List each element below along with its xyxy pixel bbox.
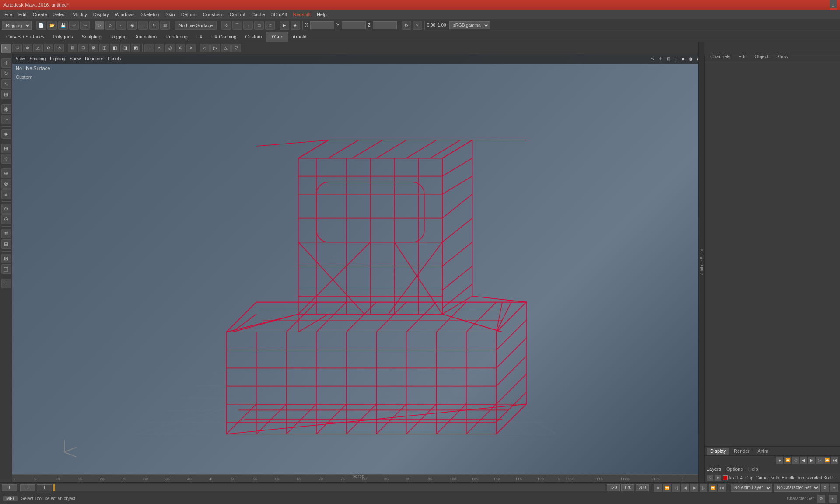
vp-view[interactable]: View: [14, 56, 27, 62]
menu-cache[interactable]: Cache: [248, 11, 268, 18]
snap-live-button[interactable]: ⊂: [265, 21, 275, 30]
soft-mod-tool[interactable]: ◉: [1, 104, 11, 114]
open-file-button[interactable]: 📂: [47, 21, 57, 30]
z-field[interactable]: [373, 21, 397, 29]
left-tool-a[interactable]: ⊕: [1, 168, 11, 178]
current-frame-input[interactable]: [20, 484, 35, 491]
pb-play-fwd[interactable]: ▶: [690, 484, 698, 492]
pb-next-end[interactable]: ⏭: [718, 484, 726, 492]
grid-toggle[interactable]: ⊞: [1, 144, 11, 153]
menu-file[interactable]: File: [2, 11, 15, 18]
char-set-dropdown[interactable]: No Character Set: [774, 484, 820, 492]
start-frame-input[interactable]: [2, 484, 17, 491]
menu-create[interactable]: Create: [30, 11, 50, 18]
menu-skeleton[interactable]: Skeleton: [138, 11, 162, 18]
vp-panels[interactable]: Panels: [106, 56, 123, 62]
tab-rendering[interactable]: Rendering: [161, 32, 192, 42]
range-end-input[interactable]: [607, 484, 620, 491]
anim-layer-dropdown[interactable]: No Anim Layer: [731, 484, 772, 492]
tool-icon-12[interactable]: ◨: [120, 44, 130, 52]
menu-help[interactable]: Help: [314, 11, 329, 18]
sculpt-tool[interactable]: 〜: [1, 115, 11, 124]
viewport[interactable]: View Shading Lighting Show Renderer Pane…: [12, 53, 704, 482]
playback-step-fwd[interactable]: ▷: [816, 457, 822, 464]
tool-icon-11[interactable]: ◧: [110, 44, 119, 52]
tab-sculpting[interactable]: Sculpting: [77, 32, 106, 42]
tab-curves-surfaces[interactable]: Curves / Surfaces: [2, 32, 49, 42]
vp-icon-2[interactable]: ✛: [657, 56, 664, 62]
menu-modify[interactable]: Modify: [70, 11, 89, 18]
layer-tab-display[interactable]: Display: [707, 448, 729, 455]
render-settings-button[interactable]: ⚙: [402, 21, 411, 30]
menu-redshift[interactable]: Redshift: [290, 11, 313, 18]
x-field[interactable]: [310, 21, 334, 29]
playback-play-back[interactable]: ◀: [800, 457, 807, 464]
attribute-editor-toggle[interactable]: Attribute Editor: [698, 42, 704, 482]
tool-icon-3[interactable]: ⊗: [23, 44, 32, 52]
playback-prev-end[interactable]: ⏮: [776, 457, 783, 464]
tab-xgen[interactable]: XGen: [266, 32, 288, 42]
playback-play[interactable]: ▶: [808, 457, 815, 464]
range-start-input[interactable]: [37, 484, 52, 491]
undo-button[interactable]: ↩: [69, 21, 79, 30]
show-manip-tool[interactable]: ◈: [1, 129, 11, 139]
tool-icon-17[interactable]: ⊕: [176, 44, 186, 52]
vp-icon-6[interactable]: ◑: [687, 56, 694, 62]
vp-icon-3[interactable]: ⊞: [665, 56, 672, 62]
layer-vp-button[interactable]: V: [707, 475, 713, 481]
menu-constrain[interactable]: Constrain: [200, 11, 226, 18]
status-extra[interactable]: +: [829, 495, 836, 503]
tool-icon-22[interactable]: ▽: [231, 44, 241, 52]
layer-tab-render[interactable]: Render: [730, 448, 753, 455]
tool-icon-15[interactable]: ∿: [155, 44, 164, 52]
layer-tab-anim[interactable]: Anim: [754, 448, 772, 455]
move-tool-button[interactable]: ✛: [138, 21, 148, 30]
tab-custom[interactable]: Custom: [241, 32, 266, 42]
tool-icon-9[interactable]: ⊠: [89, 44, 98, 52]
tool-icon-4[interactable]: △: [33, 44, 43, 52]
left-tool-b[interactable]: ⊗: [1, 179, 11, 189]
snap-grid-button[interactable]: ⊹: [221, 21, 231, 30]
menu-select[interactable]: Select: [51, 11, 70, 18]
left-tool-c[interactable]: ≡: [1, 189, 11, 199]
tab-fx[interactable]: FX: [192, 32, 207, 42]
menu-3dtall[interactable]: 3DtoAll: [269, 11, 289, 18]
soft-select-button[interactable]: ◉: [127, 21, 137, 30]
lasso-select-button[interactable]: ◇: [105, 21, 115, 30]
tool-icon-18[interactable]: ✕: [186, 44, 196, 52]
status-settings[interactable]: ⚙: [817, 495, 825, 503]
tool-icon-13[interactable]: ◩: [131, 44, 140, 52]
tool-icon-2[interactable]: ⊕: [12, 44, 22, 52]
tool-icon-19[interactable]: ◁: [200, 44, 210, 52]
pb-step-fwd[interactable]: ▷: [700, 484, 707, 492]
snap-settings[interactable]: ⊹: [1, 154, 11, 164]
menu-display[interactable]: Display: [91, 11, 112, 18]
char-set-extra[interactable]: +: [830, 484, 838, 492]
left-tool-g[interactable]: ⊟: [1, 239, 11, 249]
playback-next-end[interactable]: ⏭: [831, 457, 838, 464]
vp-renderer[interactable]: Renderer: [83, 56, 105, 62]
menu-windows[interactable]: Windows: [112, 11, 137, 18]
tab-rigging[interactable]: Rigging: [106, 32, 131, 42]
tool-icon-7[interactable]: ⊞: [68, 44, 77, 52]
playback-prev[interactable]: ⏪: [784, 457, 791, 464]
pb-next-key[interactable]: ⏩: [709, 484, 717, 492]
timeline-track[interactable]: [53, 484, 606, 491]
rotate-manip-tool[interactable]: ↻: [1, 69, 11, 78]
srgb-dropdown[interactable]: sRGB gamma: [449, 21, 490, 29]
vp-icon-5[interactable]: ■: [680, 56, 686, 62]
snap-point-button[interactable]: ·: [243, 21, 253, 30]
vp-shading[interactable]: Shading: [28, 56, 48, 62]
maximize-button[interactable]: □: [830, 1, 836, 8]
pb-prev-key[interactable]: ⏪: [663, 484, 671, 492]
layer-item[interactable]: V P kraft_4_Cup_Carrier_with_Handle_mb_s…: [705, 473, 840, 482]
menu-skin[interactable]: Skin: [163, 11, 177, 18]
menu-control[interactable]: Control: [227, 11, 248, 18]
universal-manip-tool[interactable]: ⊞: [1, 90, 11, 99]
layer-color-swatch[interactable]: [723, 475, 728, 480]
char-set-options[interactable]: ⚙: [821, 484, 829, 492]
y-field[interactable]: [342, 21, 366, 29]
tool-icon-21[interactable]: △: [221, 44, 231, 52]
left-tool-h[interactable]: ⊠: [1, 254, 11, 263]
layer-sub-tab-help[interactable]: Help: [748, 466, 758, 472]
